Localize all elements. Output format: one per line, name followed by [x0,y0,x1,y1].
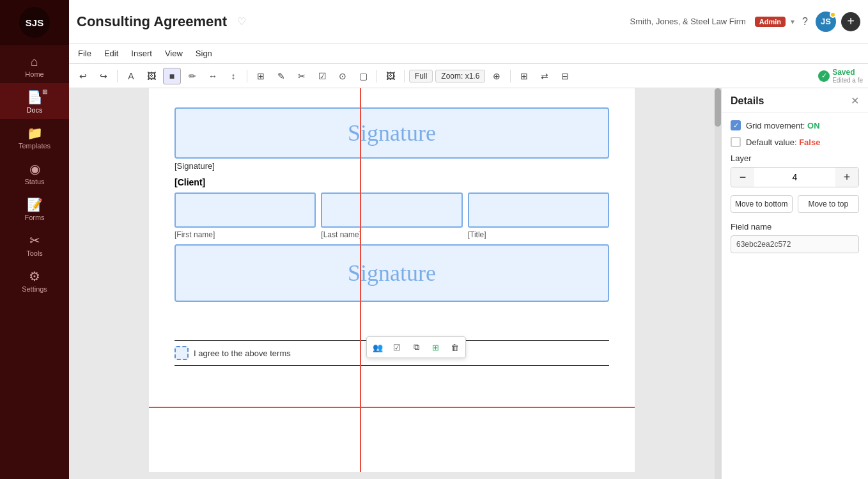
panel-header: Details ✕ [722,88,868,113]
menu-insert[interactable]: Insert [130,46,153,61]
default-value-checkbox[interactable] [731,137,741,147]
sidebar-item-templates[interactable]: 📁 Templates [0,119,69,155]
layer-control: − 4 + [731,167,859,187]
saved-status: ✓ Saved Edited a fe [818,68,863,84]
layer-label: Layer [731,153,859,163]
add-button[interactable]: + [841,12,860,31]
settings-icon: ⚙ [29,270,40,283]
signature-field-label: [Signature] [174,161,609,171]
main-area: Consulting Agreement ♡ Smith, Jones, & S… [69,0,868,479]
admin-badge: Admin [755,17,786,27]
divider-2 [247,70,247,82]
cut-button[interactable]: ✂ [293,68,311,84]
circle-button[interactable]: ⊙ [334,68,352,84]
move-buttons: Move to bottom Move to top [731,195,859,213]
sidebar-item-docs[interactable]: 📄 ⊞ Docs [0,83,69,119]
title-box[interactable] [468,192,609,228]
pen-button[interactable]: ✏ [183,68,201,84]
sidebar-item-status[interactable]: ◉ Status [0,155,69,191]
status-icon: ◉ [29,162,40,175]
doc-scroll-area[interactable]: Signature [Signature] [Client] [First [69,88,715,479]
sidebar-item-settings[interactable]: ⚙ Settings [0,262,69,298]
float-copy-btn[interactable]: ⧉ [407,339,425,356]
client-section-label: [Client] [174,177,609,187]
checkbox-button[interactable]: ☑ [313,68,331,84]
firm-dropdown-icon[interactable]: ▾ [791,17,794,26]
grid-movement-label: Grid movement: ON [746,121,820,130]
move-to-bottom-button[interactable]: Move to bottom [731,195,793,213]
undo-button[interactable]: ↩ [74,68,92,84]
shape-button[interactable]: ■ [163,68,181,84]
float-check-btn[interactable]: ☑ [388,339,406,356]
image-button[interactable]: 🖼 [143,68,160,84]
saved-check-icon: ✓ [818,70,830,82]
scrollbar-thumb[interactable] [715,88,721,127]
align-button[interactable]: ⊟ [556,68,574,84]
app-logo[interactable]: SJS [19,7,50,38]
photo-button[interactable]: 🖼 [382,68,399,84]
layer-value: 4 [754,172,835,182]
default-value-row: Default value: False [731,137,859,147]
content-area: Signature [Signature] [Client] [First [69,88,868,479]
default-value-label: Default value: False [746,137,820,147]
menu-view[interactable]: View [164,46,184,61]
saved-sub: Edited a fe [832,77,863,84]
grid-movement-checkbox[interactable]: ✓ [731,120,741,130]
panel-close-button[interactable]: ✕ [851,95,859,107]
float-delete-btn[interactable]: 🗑 [446,339,463,356]
doc-page: Signature [Signature] [Client] [First [149,88,635,472]
layer-decrease-button[interactable]: − [731,168,754,187]
layer-increase-button[interactable]: + [835,168,858,187]
first-name-box[interactable] [174,192,316,228]
firm-name: Smith, Jones, & Steel Law Firm [630,17,746,26]
templates-icon: 📁 [27,127,43,139]
field-name-input[interactable] [731,235,859,253]
zoom-full: Full [409,70,433,82]
table2-button[interactable]: ⊞ [515,68,533,84]
guide-line-bottom [149,407,635,408]
agree-checkbox[interactable] [174,346,189,360]
resize-h-button[interactable]: ↔ [204,68,222,84]
input-label-row: [First name] [Last name] [Title] [174,230,609,239]
zoom-value: Zoom: x1.6 [435,70,485,82]
table-button[interactable]: ⊞ [252,68,270,84]
menu-sign[interactable]: Sign [194,46,213,61]
move-to-top-button[interactable]: Move to top [798,195,860,213]
grid-movement-row: ✓ Grid movement: ON [731,120,859,130]
arrange-button[interactable]: ⇄ [536,68,554,84]
sidebar-item-forms[interactable]: 📝 Forms [0,191,69,226]
agree-text: I agree to the above terms [194,349,291,358]
sidebar-item-home[interactable]: ⌂ Home [0,47,69,83]
sidebar-logo: SJS [0,0,69,45]
frame-button[interactable]: ▢ [354,68,372,84]
title-label: [Title] [468,230,609,239]
float-add-btn[interactable]: ⊞ [426,339,444,356]
tools-icon: ✂ [29,234,40,247]
toolbar: ↩ ↪ A 🖼 ■ ✏ ↔ ↕ ⊞ ✎ ✂ ☑ ⊙ ▢ 🖼 Full Zoom:… [69,64,868,88]
divider-4 [404,70,405,82]
grid-button[interactable]: ⊕ [488,68,506,84]
scrollbar-track[interactable] [715,88,721,479]
help-button[interactable]: ? [800,13,810,30]
redo-button[interactable]: ↪ [95,68,112,84]
last-name-box[interactable] [321,192,462,228]
float-group-btn[interactable]: 👥 [369,339,387,356]
default-value-value: False [799,137,820,147]
document-canvas[interactable]: Signature [Signature] [Client] [First [69,88,721,479]
signature-box-top[interactable]: Signature [174,107,609,159]
menu-file[interactable]: File [77,46,93,61]
grid-movement-value: ON [807,121,820,130]
text-button[interactable]: A [122,68,140,84]
signature-box-bottom[interactable]: Signature [174,244,609,302]
menu-edit[interactable]: Edit [103,46,120,61]
favorite-icon[interactable]: ♡ [237,15,246,27]
menubar: File Edit Insert View Sign [69,43,868,64]
sidebar-item-tools[interactable]: ✂ Tools [0,226,69,262]
divider-1 [117,70,118,82]
avatar[interactable]: JS [816,12,836,32]
page-title: Consulting Agreement [77,13,227,30]
panel-body: ✓ Grid movement: ON Default value: False… [722,113,868,479]
divider-5 [510,70,511,82]
resize-v-button[interactable]: ↕ [224,68,242,84]
edit-field-button[interactable]: ✎ [272,68,290,84]
